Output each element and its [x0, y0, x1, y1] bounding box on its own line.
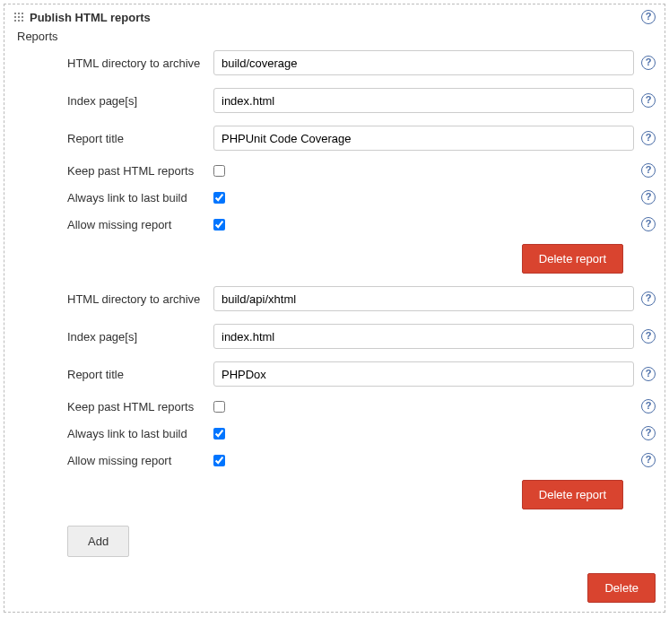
help-icon[interactable]: ? [641, 426, 656, 440]
always-link-label: Always link to last build [67, 427, 206, 440]
allow-missing-checkbox[interactable] [213, 455, 225, 466]
keep-past-label: Keep past HTML reports [67, 400, 206, 413]
always-link-checkbox[interactable] [213, 192, 225, 204]
html-dir-label: HTML directory to archive [67, 292, 206, 306]
allow-missing-label: Allow missing report [67, 218, 206, 231]
publish-html-reports-panel: Publish HTML reports ? Reports HTML dire… [4, 4, 665, 613]
help-icon[interactable]: ? [641, 163, 656, 178]
panel-header: Publish HTML reports ? [13, 10, 656, 24]
keep-past-checkbox[interactable] [213, 165, 225, 177]
report-title-input[interactable] [213, 126, 634, 151]
always-link-label: Always link to last build [67, 191, 206, 205]
help-icon[interactable]: ? [641, 453, 656, 467]
delete-button[interactable]: Delete [587, 573, 656, 603]
html-dir-input[interactable] [213, 286, 634, 311]
delete-report-button[interactable]: Delete report [522, 244, 623, 274]
report-block: HTML directory to archive ? Index page[s… [13, 286, 656, 509]
help-icon[interactable]: ? [641, 367, 656, 381]
reports-section-label: Reports [13, 30, 656, 50]
delete-report-button[interactable]: Delete report [522, 480, 623, 509]
help-icon[interactable]: ? [641, 217, 656, 231]
report-title-label: Report title [67, 368, 206, 381]
panel-title: Publish HTML reports [30, 11, 636, 24]
help-icon[interactable]: ? [641, 93, 656, 108]
always-link-checkbox[interactable] [213, 428, 225, 439]
allow-missing-checkbox[interactable] [213, 219, 225, 231]
index-page-input[interactable] [213, 324, 634, 349]
html-dir-input[interactable] [213, 50, 634, 75]
keep-past-checkbox[interactable] [213, 401, 225, 413]
add-button[interactable]: Add [67, 526, 129, 557]
report-title-input[interactable] [213, 361, 634, 387]
index-page-label: Index page[s] [67, 330, 206, 344]
index-page-label: Index page[s] [67, 94, 206, 108]
help-icon[interactable]: ? [641, 190, 656, 205]
help-icon[interactable]: ? [641, 56, 656, 70]
help-icon[interactable]: ? [641, 329, 656, 344]
report-title-label: Report title [67, 132, 206, 145]
report-block: HTML directory to archive ? Index page[s… [13, 50, 656, 274]
help-icon[interactable]: ? [641, 399, 656, 413]
help-icon[interactable]: ? [641, 10, 656, 24]
help-icon[interactable]: ? [641, 131, 656, 145]
keep-past-label: Keep past HTML reports [67, 164, 206, 178]
help-icon[interactable]: ? [641, 292, 656, 306]
html-dir-label: HTML directory to archive [67, 57, 206, 70]
index-page-input[interactable] [213, 88, 634, 113]
allow-missing-label: Allow missing report [67, 454, 206, 467]
drag-handle-icon[interactable] [13, 12, 24, 22]
